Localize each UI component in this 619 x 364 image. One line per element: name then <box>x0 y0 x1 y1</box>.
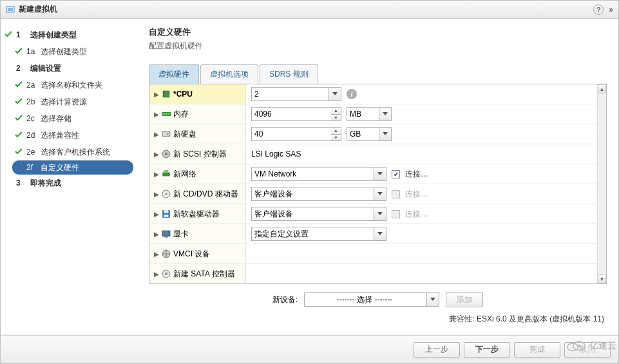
video-label: 显卡 <box>173 229 189 240</box>
expand-toggle[interactable]: ▶ <box>153 171 159 178</box>
new-device-row: 新设备: ------- 选择 ------- 添加 <box>149 292 607 307</box>
check-icon <box>15 114 24 123</box>
disk-label: 新硬盘 <box>173 129 196 140</box>
vmci-icon <box>162 250 171 258</box>
cddvd-select[interactable]: 客户端设备 <box>251 187 386 201</box>
row-network: ▶ 新网络 VM Network ✔ 连接… <box>149 164 606 184</box>
svg-rect-1 <box>8 8 13 11</box>
cancel-button[interactable]: 取消 <box>564 342 611 358</box>
step-2b[interactable]: 2b选择计算资源 <box>1 93 137 110</box>
wizard-sidebar: 1选择创建类型 1a选择创建类型 2编辑设置 2a选择名称和文件夹 2b选择计算… <box>1 19 137 335</box>
disk-input[interactable]: 40 ▲▼ <box>251 127 341 141</box>
sata-icon <box>162 270 171 278</box>
expand-toggle[interactable]: ▶ <box>153 211 159 218</box>
spin-down[interactable]: ▼ <box>331 135 341 141</box>
svg-rect-7 <box>168 113 169 115</box>
step-2f[interactable]: 2f自定义硬件 <box>12 160 133 175</box>
main-panel: 自定义硬件 配置虚拟机硬件 虚拟硬件 虚拟机选项 SDRS 规则 ▶ *CPU … <box>137 19 618 335</box>
expand-toggle[interactable]: ▶ <box>153 131 159 138</box>
svg-rect-4 <box>162 113 164 115</box>
window-title: 新建虚拟机 <box>19 4 57 15</box>
tab-sdrs[interactable]: SDRS 规则 <box>260 64 318 84</box>
video-select[interactable]: 指定自定义设置 <box>251 227 386 241</box>
cpu-icon <box>162 90 171 98</box>
expand-toggle[interactable]: ▶ <box>153 151 159 158</box>
video-icon <box>162 230 171 238</box>
new-device-select[interactable]: ------- 选择 ------- <box>304 292 439 307</box>
scsi-icon <box>162 150 171 158</box>
titlebar: 新建虚拟机 ? » <box>1 1 618 19</box>
check-icon <box>15 148 24 157</box>
svg-rect-2 <box>163 91 169 97</box>
spin-down[interactable]: ▼ <box>331 115 341 121</box>
svg-rect-18 <box>164 215 169 217</box>
floppy-connect-label: 连接… <box>405 209 428 220</box>
scsi-label: 新 SCSI 控制器 <box>173 149 227 160</box>
scroll-down[interactable]: ▼ <box>598 274 606 283</box>
row-vmci: ▶ VMCI 设备 <box>149 244 606 264</box>
scroll-up[interactable]: ▲ <box>598 84 606 93</box>
row-memory: ▶ 内存 4096 ▲▼ MB <box>149 104 606 124</box>
spin-up[interactable]: ▲ <box>331 108 341 115</box>
memory-input[interactable]: 4096 ▲▼ <box>251 107 341 121</box>
info-icon[interactable]: i <box>347 89 357 99</box>
row-sata: ▶ 新建 SATA 控制器 <box>149 264 606 284</box>
memory-label: 内存 <box>173 109 189 120</box>
check-icon <box>15 47 24 56</box>
svg-rect-6 <box>166 113 167 115</box>
svg-rect-12 <box>162 173 170 177</box>
disk-unit-select[interactable]: GB <box>347 127 392 141</box>
page-subtitle: 配置虚拟机硬件 <box>149 41 607 52</box>
svg-rect-13 <box>164 170 169 173</box>
cpu-label: *CPU <box>173 90 193 99</box>
expand-toggle[interactable]: ▶ <box>153 111 159 118</box>
footer: 上一步 下一步 完成 取消 <box>1 335 618 363</box>
cddvd-connect-checkbox <box>392 190 400 198</box>
finish-button: 完成 <box>514 342 560 358</box>
step-2c[interactable]: 2c选择存储 <box>1 110 137 127</box>
tab-hardware[interactable]: 虚拟硬件 <box>149 64 199 84</box>
step-2a[interactable]: 2a选择名称和文件夹 <box>1 77 137 93</box>
svg-rect-20 <box>165 236 168 238</box>
step-3[interactable]: 3即将完成 <box>1 175 137 191</box>
memory-icon <box>162 110 171 118</box>
expand-toggle[interactable]: ▶ <box>153 271 159 278</box>
step-2e[interactable]: 2e选择客户机操作系统 <box>1 144 137 160</box>
network-select[interactable]: VM Network <box>251 167 386 181</box>
expand-toggle[interactable]: ▶ <box>153 231 159 238</box>
expand-icon[interactable]: » <box>609 5 613 14</box>
back-button[interactable]: 上一步 <box>414 342 460 358</box>
expand-toggle[interactable]: ▶ <box>153 191 159 198</box>
step-1a[interactable]: 1a选择创建类型 <box>1 43 137 60</box>
memory-unit-select[interactable]: MB <box>347 107 392 121</box>
compatibility-text: 兼容性: ESXi 6.0 及更高版本 (虚拟机版本 11) <box>149 314 607 325</box>
spin-up[interactable]: ▲ <box>331 128 341 135</box>
expand-toggle[interactable]: ▶ <box>153 251 159 258</box>
svg-point-15 <box>165 193 167 195</box>
cpu-select[interactable]: 2 <box>251 87 341 101</box>
svg-rect-17 <box>164 210 169 213</box>
scrollbar[interactable]: ▲ ▼ <box>597 84 606 283</box>
step-1[interactable]: 1选择创建类型 <box>1 26 137 43</box>
svg-point-9 <box>167 133 168 135</box>
disk-icon <box>162 130 171 138</box>
help-icon[interactable]: ? <box>593 5 604 15</box>
row-cddvd: ▶ 新 CD/DVD 驱动器 客户端设备 连接… <box>149 184 606 204</box>
expand-toggle[interactable]: ▶ <box>153 91 159 98</box>
check-icon <box>15 81 24 90</box>
network-connect-label: 连接… <box>405 169 428 180</box>
network-connect-checkbox[interactable]: ✔ <box>392 170 400 178</box>
cddvd-label: 新 CD/DVD 驱动器 <box>173 189 238 200</box>
row-scsi: ▶ 新 SCSI 控制器 LSI Logic SAS <box>149 144 606 164</box>
step-2[interactable]: 2编辑设置 <box>1 60 137 77</box>
cd-icon <box>162 190 171 198</box>
floppy-connect-checkbox <box>392 210 400 218</box>
row-cpu: ▶ *CPU 2 i <box>149 84 606 104</box>
floppy-label: 新软盘驱动器 <box>173 209 220 220</box>
floppy-select[interactable]: 客户端设备 <box>251 207 386 221</box>
add-button[interactable]: 添加 <box>446 292 483 307</box>
vmci-label: VMCI 设备 <box>173 249 210 260</box>
next-button[interactable]: 下一步 <box>464 342 510 358</box>
tab-vm-options[interactable]: 虚拟机选项 <box>200 64 258 84</box>
step-2d[interactable]: 2d选择兼容性 <box>1 127 137 144</box>
